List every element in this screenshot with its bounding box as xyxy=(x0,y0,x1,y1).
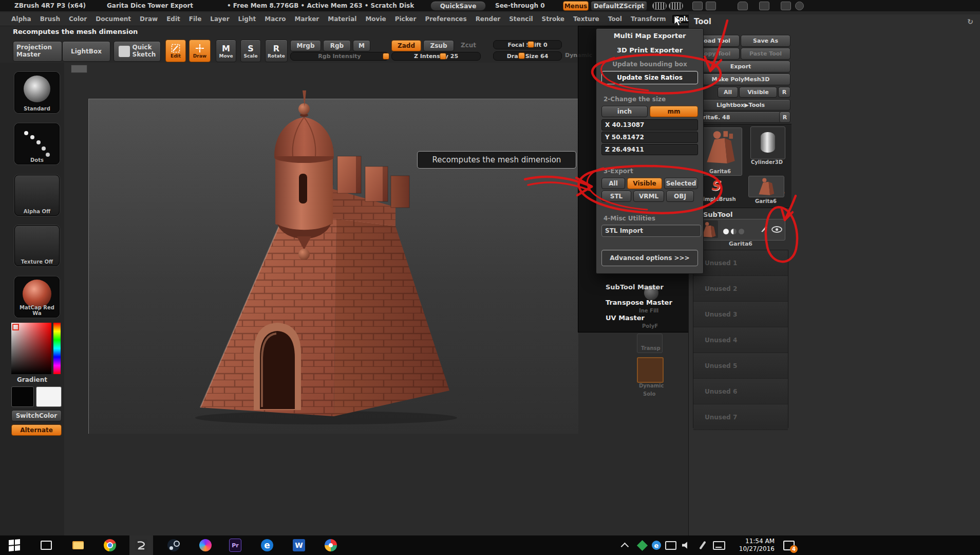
menu-item[interactable]: Color xyxy=(67,15,89,23)
menus-button[interactable]: Menus xyxy=(563,1,589,11)
tablet-pressure-icon[interactable] xyxy=(652,2,667,10)
menu-item[interactable]: Edit xyxy=(164,15,182,23)
tray-expand-button[interactable] xyxy=(619,539,632,551)
main-color-swatch[interactable] xyxy=(11,386,34,407)
advanced-options-button[interactable]: Advanced options >>> xyxy=(601,250,698,266)
mrgb-button[interactable]: Mrgb xyxy=(290,40,321,51)
subtool-empty-slot[interactable]: Unused 7 xyxy=(693,404,788,430)
clock[interactable]: 11:54 AM 10/27/2016 xyxy=(736,538,775,553)
rgb-intensity-knob[interactable] xyxy=(383,53,389,60)
toggle-dot-3[interactable] xyxy=(739,229,744,234)
subtool-empty-slot[interactable]: Unused 4 xyxy=(693,327,788,353)
menu-item[interactable]: Light xyxy=(236,15,258,23)
inch-button[interactable]: inch xyxy=(601,106,648,117)
zbrush-taskbar-button[interactable] xyxy=(129,535,153,555)
stroke-selector[interactable]: Dots xyxy=(14,123,60,164)
stl-button[interactable]: STL xyxy=(601,191,631,202)
move-button[interactable]: M Move xyxy=(216,40,236,62)
simplebrush-icon[interactable]: S xyxy=(710,178,720,193)
menu-item[interactable]: Material xyxy=(326,15,359,23)
download-icon[interactable] xyxy=(759,2,769,10)
chrome-button[interactable] xyxy=(104,539,116,551)
menu-item[interactable]: Tool xyxy=(606,15,624,23)
z-intensity-knob[interactable] xyxy=(440,53,446,60)
notification-center-button[interactable]: 4 xyxy=(783,539,795,551)
brush-selector[interactable]: Standard xyxy=(14,72,60,113)
alpha-selector[interactable]: Alpha Off xyxy=(14,175,60,216)
steam-button[interactable] xyxy=(167,539,180,551)
tray-pen-button[interactable] xyxy=(696,539,709,551)
obj-button[interactable]: OBJ xyxy=(666,191,694,202)
save-as-button[interactable]: Save As xyxy=(741,35,790,47)
make-polymesh3d-button[interactable]: Make PolyMesh3D xyxy=(691,73,790,85)
scale-button[interactable]: S Scale xyxy=(240,40,261,62)
r-button[interactable]: R xyxy=(778,87,790,98)
z-intensity-slider[interactable]: Z Intensity 25 xyxy=(391,52,481,61)
word-button[interactable]: W xyxy=(293,539,305,551)
cylinder3d-tool[interactable] xyxy=(750,126,785,159)
quicksave-button[interactable]: QuickSave xyxy=(430,1,486,11)
line-fill-toggle[interactable]: Ine Fill xyxy=(639,308,658,313)
tray-keyboard-button[interactable] xyxy=(713,539,725,551)
update-bounding-label[interactable]: Update bounding box xyxy=(596,61,703,68)
sv-square[interactable] xyxy=(11,323,51,374)
default-zscript-button[interactable]: DefaultZScript xyxy=(591,1,647,11)
subtool-section-header[interactable]: SubTool xyxy=(703,211,732,218)
export-all-button[interactable]: All xyxy=(601,178,625,189)
menu-item[interactable]: Render xyxy=(474,15,503,23)
premiere-button[interactable]: Pr xyxy=(229,539,241,551)
reset-icon[interactable]: ↻ xyxy=(967,17,973,26)
active-tool-slider[interactable]: Garita6. 48 xyxy=(691,112,781,123)
print-exporter-header[interactable]: 3D Print Exporter xyxy=(596,46,703,54)
update-size-ratios-button[interactable]: Update Size Ratios xyxy=(601,71,698,84)
pinwheel-app-button[interactable] xyxy=(325,539,337,551)
current-tool-thumbnail[interactable]: Garita6 xyxy=(698,127,742,176)
zsub-button[interactable]: Zsub xyxy=(423,40,454,51)
menu-item[interactable]: Stroke xyxy=(540,15,567,23)
subtool-empty-slot[interactable]: Unused 2 xyxy=(693,276,788,302)
hue-bar[interactable] xyxy=(53,323,61,374)
draw-size-knob[interactable] xyxy=(518,52,525,59)
canvas-tab-handle[interactable] xyxy=(71,65,87,73)
secondary-color-swatch[interactable] xyxy=(36,386,62,407)
export-button[interactable]: Export xyxy=(691,61,790,72)
export-visible-button[interactable]: Visible xyxy=(627,178,662,189)
stl-import-button[interactable]: STL Import xyxy=(601,225,701,237)
transpose-master-item[interactable]: Transpose Master xyxy=(606,299,672,306)
lightbox-tools-button[interactable]: Lightbox▶Tools xyxy=(691,99,790,110)
focal-shift-slider[interactable]: Focal Shift 0 xyxy=(493,40,562,49)
subtool-empty-slot[interactable]: Unused 6 xyxy=(693,379,788,404)
vrml-button[interactable]: VRML xyxy=(633,191,664,202)
rotate-button[interactable]: R Rotate xyxy=(265,40,288,62)
quick-sketch-button[interactable]: Quick Sketch xyxy=(114,41,161,62)
menu-item[interactable]: Marker xyxy=(293,15,322,23)
grid-icon[interactable] xyxy=(781,2,791,10)
tray-dropbox-button[interactable] xyxy=(636,539,648,551)
projection-master-button[interactable]: Projection Master xyxy=(13,41,62,62)
toggle-dot-1[interactable] xyxy=(723,229,729,234)
menu-item[interactable]: Transform xyxy=(629,15,668,23)
menu-item[interactable]: Layer xyxy=(208,15,231,23)
alternate-button[interactable]: Alternate xyxy=(11,424,62,436)
color-picker[interactable] xyxy=(11,323,61,374)
help-icon[interactable] xyxy=(795,2,804,10)
zadd-button[interactable]: Zadd xyxy=(391,40,421,51)
visible-button[interactable]: Visible xyxy=(739,87,777,98)
y-size-slider[interactable]: Y 50.81472 xyxy=(601,132,698,143)
rgb-intensity-slider[interactable]: Rgb Intensity xyxy=(290,52,389,61)
see-through-slider[interactable]: See-through 0 xyxy=(495,2,545,9)
start-button[interactable] xyxy=(8,539,21,551)
switch-color-button[interactable]: SwitchColor xyxy=(11,410,62,421)
copy-document-icon[interactable] xyxy=(692,2,703,10)
tray-display-button[interactable] xyxy=(665,539,677,551)
menu-item[interactable]: Texture xyxy=(571,15,601,23)
menu-item[interactable]: Document xyxy=(93,15,133,23)
menu-item[interactable]: Movie xyxy=(363,15,388,23)
uv-master-item[interactable]: UV Master xyxy=(606,314,645,322)
tablet-pressure-icon-2[interactable] xyxy=(669,2,683,10)
draw-size-slider[interactable]: Draw Size 64 xyxy=(493,51,562,61)
m-button[interactable]: M xyxy=(353,40,370,51)
z-size-slider[interactable]: Z 26.49411 xyxy=(601,144,698,155)
menu-item[interactable]: Stencil xyxy=(507,15,535,23)
subtool-paint-toggles[interactable] xyxy=(723,227,746,236)
